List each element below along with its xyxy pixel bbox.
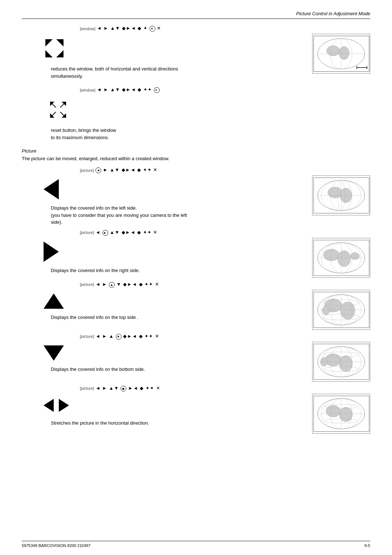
picture-controls-stretch: [picture] ◄ ► ▲▼ ◆ ►◄ ◆ ✦✦ ✕ <box>22 385 370 392</box>
arrow-down <box>44 345 64 361</box>
reset-left: reset button, brings the window to its m… <box>22 95 370 141</box>
picture-controls-up: [picture] ◄ ► ▲ ▼ ◆►◄ ◆ ✦✦ ✕ <box>22 281 370 288</box>
svg-point-43 <box>340 302 355 319</box>
window-section-reset: [window] ◄ ► ▲▼ ◆►◄ ◆ ✦✦ ✕ <box>22 87 370 141</box>
down-left-part: Displays the covered info on the bottom … <box>22 342 305 373</box>
up-arrow-row: Displays the covered info on the top sid… <box>22 290 370 330</box>
reset-description: reset button, brings the window to its m… <box>51 127 116 141</box>
picture-section-right: [picture] ◄ ► ▲▼ ◆►◄ ◆ ✦✦ ✕ Displays the… <box>22 230 370 278</box>
svg-point-6 <box>327 46 340 56</box>
svg-marker-63 <box>59 399 69 412</box>
stretch-description: Stretches the picture in the horizontal … <box>51 420 149 427</box>
reset-svg <box>47 99 69 121</box>
header-title: Picture Control in Adjustment Mode <box>296 11 370 16</box>
shrink-svg <box>44 37 65 59</box>
window-controls-1: [window] ◄ ► ▲▼ ◆►◄ ◆ ✦ ✦ ✕ <box>22 25 370 32</box>
left-arrow-icon <box>44 179 59 199</box>
down-arrow-icon <box>44 345 64 361</box>
picture-controls-right: [picture] ◄ ► ▲▼ ◆►◄ ◆ ✦✦ ✕ <box>22 230 370 236</box>
svg-marker-0 <box>45 39 53 46</box>
left-description: Displays the covered info on the left si… <box>51 204 189 226</box>
window-label-1: [window] <box>80 27 95 31</box>
globe-left <box>312 175 370 215</box>
right-arrow-icon <box>44 242 59 262</box>
arrow-right <box>44 242 59 262</box>
up-left-part: Displays the covered info on the top sid… <box>22 290 305 321</box>
picture-section-left: [picture] ◄ ► ▲▼ ◆►◄ ◆ ✦✦ ✕ Displays the… <box>22 167 370 226</box>
arrow-up <box>44 293 64 309</box>
page-footer: 5975348 BARCOVISION 8200 210497 9-5 <box>22 541 370 548</box>
page-header: Picture Control in Adjustment Mode <box>22 11 370 19</box>
shrink-description: reduces the window, both of horizontal a… <box>51 65 189 80</box>
globe-right <box>312 238 370 278</box>
svg-point-67 <box>339 407 352 422</box>
window-symbols-2: ◄ ► ▲▼ ◆►◄ ◆ ✦✦ ✕ <box>97 87 160 93</box>
svg-point-66 <box>326 405 340 417</box>
up-description: Displays the covered info on the top sid… <box>51 314 138 321</box>
svg-point-44 <box>322 306 330 315</box>
stretch-arrow-icon <box>44 397 69 414</box>
up-arrow-icon <box>44 293 64 309</box>
globe-svg-shrink <box>313 36 369 72</box>
reset-row: reset button, brings the window to its m… <box>22 95 370 141</box>
right-description: Displays the covered info on the right s… <box>51 267 140 274</box>
globe-up <box>312 290 370 330</box>
svg-point-54 <box>339 356 352 372</box>
window-symbols-1: ◄ ► ▲▼ ◆►◄ ◆ ✦ ✦ ✕ <box>97 25 162 32</box>
globe-stretch <box>312 394 370 434</box>
picture-section-up: [picture] ◄ ► ▲ ▼ ◆►◄ ◆ ✦✦ ✕ Displays th… <box>22 281 370 330</box>
globe-down <box>312 342 370 382</box>
left-part: Displays the covered info on the left si… <box>22 175 305 226</box>
picture-section-down: [picture] ◄ ► ▲ ▼ ◆►◄ ◆ ✦✦ ✕ Displays th… <box>22 333 370 382</box>
picture-section-stretch: [picture] ◄ ► ▲▼ ◆ ►◄ ◆ ✦✦ ✕ <box>22 385 370 434</box>
window-controls-2: [window] ◄ ► ▲▼ ◆►◄ ◆ ✦✦ ✕ <box>22 87 370 93</box>
picture-intro: The picture can be moved, enlarged, redu… <box>22 156 370 161</box>
stretch-left-part: Stretches the picture in the horizontal … <box>22 394 305 427</box>
left-arrow-row: Displays the covered info on the left si… <box>22 175 370 226</box>
right-arrow-row: Displays the covered info on the right s… <box>22 238 370 278</box>
reset-arrow-icon <box>47 99 69 122</box>
window-section-shrink: [window] ◄ ► ▲▼ ◆►◄ ◆ ✦ ✦ ✕ <box>22 25 370 80</box>
footer-left: 5975348 BARCOVISION 8200 210497 <box>22 543 91 548</box>
shrink-left: reduces the window, both of horizontal a… <box>22 34 305 80</box>
stretch-arrow-row: Stretches the picture in the horizontal … <box>22 394 370 434</box>
svg-marker-2 <box>45 50 53 57</box>
svg-point-7 <box>339 46 349 60</box>
footer-right: 9-5 <box>364 543 370 548</box>
svg-point-34 <box>338 251 351 267</box>
shrink-arrow-icon <box>44 37 65 60</box>
down-description: Displays the covered info on the bottom … <box>51 366 145 373</box>
down-arrow-row: Displays the covered info on the bottom … <box>22 342 370 382</box>
picture-controls-left: [picture] ◄ ► ▲▼ ◆►◄ ◆ ✦✦ ✕ <box>22 167 370 173</box>
right-left-part: Displays the covered info on the right s… <box>22 238 305 274</box>
globe-shrink <box>312 34 370 74</box>
svg-marker-1 <box>56 39 64 46</box>
svg-marker-62 <box>44 399 54 412</box>
svg-point-53 <box>325 354 341 366</box>
shrink-row: reduces the window, both of horizontal a… <box>22 34 370 80</box>
svg-marker-3 <box>56 50 64 57</box>
window-label-2: [window] <box>80 88 95 92</box>
arrow-left <box>44 179 59 199</box>
page: Picture Control in Adjustment Mode [wind… <box>0 0 392 555</box>
picture-label: Picture <box>22 148 370 154</box>
picture-controls-down: [picture] ◄ ► ▲ ▼ ◆►◄ ◆ ✦✦ ✕ <box>22 333 370 340</box>
